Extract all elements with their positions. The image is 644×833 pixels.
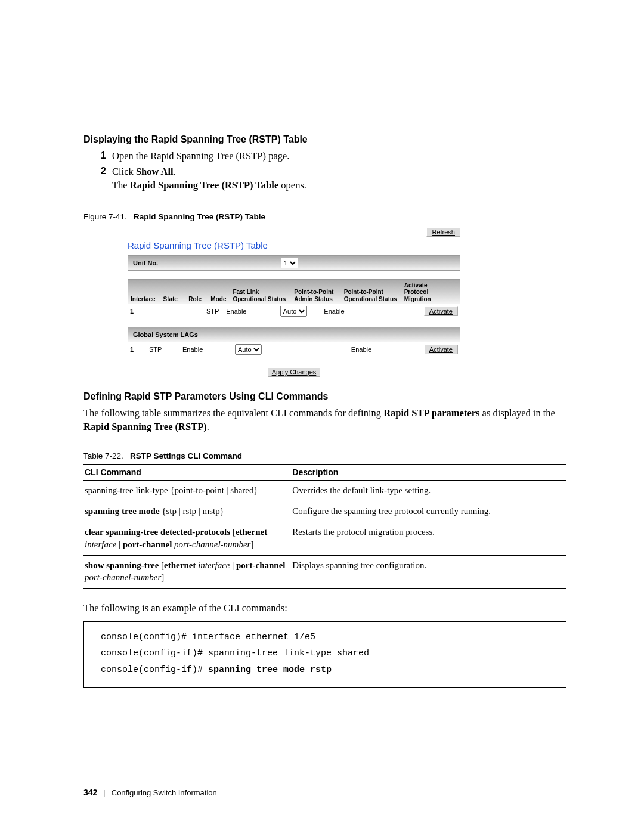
step-number: 1 xyxy=(93,150,106,161)
heading-displaying: Displaying the Rapid Spanning Tree (RSTP… xyxy=(83,134,566,145)
lag-row: 1 STP Enable Auto Enable Activate xyxy=(128,342,460,357)
unitno-label: Unit No. xyxy=(133,259,158,267)
defining-paragraph: The following table summarizes the equiv… xyxy=(83,407,566,433)
console-line: console(config)# interface ethernet 1/e5 xyxy=(101,629,558,646)
table-label: Table 7-22. xyxy=(83,451,123,460)
t: | xyxy=(116,540,123,549)
table-row: 1 STP Enable Auto Enable Activate xyxy=(128,304,460,318)
t: Click xyxy=(112,166,136,177)
chapter-name: Configuring Switch Information xyxy=(112,788,217,797)
t: port-channel xyxy=(123,540,172,549)
console-line: console(config-if)# spanning-tree link-t… xyxy=(101,645,558,662)
cmd: show spanning-tree [ethernet interface |… xyxy=(83,555,291,589)
t: as displayed in the xyxy=(479,407,555,419)
page-number: 342 xyxy=(83,788,97,797)
step-1: 1 Open the Rapid Spanning Tree (RSTP) pa… xyxy=(93,150,566,163)
console-block: console(config)# interface ethernet 1/e5… xyxy=(83,621,566,688)
col-activate: Activate Protocol Migration xyxy=(402,282,455,303)
t: Fast Link xyxy=(233,289,259,295)
cmd: clear spanning-tree detected-protocols [… xyxy=(83,522,291,556)
figure-caption: Figure 7-41. Rapid Spanning Tree (RSTP) … xyxy=(83,212,566,221)
table-caption: Table 7-22. RSTP Settings CLI Command xyxy=(83,451,566,460)
t: spanning tree mode xyxy=(85,506,160,516)
col-p2padmin: Point-to-Point Admin Status xyxy=(292,289,342,302)
t: Activate xyxy=(404,282,428,289)
t: Rapid Spanning Tree (RSTP) xyxy=(83,421,207,432)
lag-header-bar: Global System LAGs xyxy=(128,327,460,342)
table-row: spanning tree mode {stp | rstp | mstp} C… xyxy=(83,501,566,522)
t: ethernet xyxy=(164,561,196,570)
unitno-select[interactable]: 1 xyxy=(281,258,298,268)
t: ] xyxy=(161,572,164,582)
step-2: 2 Click Show All. The Rapid Spanning Tre… xyxy=(93,165,566,192)
cli-table: CLI Command Description spanning-tree li… xyxy=(83,464,566,589)
figure-label: Figure 7-41. xyxy=(83,212,127,221)
console-line: console(config-if)# spanning tree mode r… xyxy=(101,662,558,679)
lag-fastlink: Enable xyxy=(180,346,233,353)
col-interface: Interface xyxy=(128,296,160,303)
t: interface xyxy=(198,561,230,570)
t: . xyxy=(174,166,176,177)
lag-index: 1 xyxy=(128,346,147,353)
below-table-text: The following is an example of the CLI c… xyxy=(83,602,566,615)
desc: Displays spanning tree configuration. xyxy=(291,555,566,589)
unitno-bar: Unit No. 1 xyxy=(128,255,460,271)
t: The xyxy=(112,179,130,191)
t: [ xyxy=(230,527,236,537)
t: [ xyxy=(159,561,164,570)
table-title: RSTP Settings CLI Command xyxy=(130,451,242,460)
row-fastlink: Enable xyxy=(224,308,277,315)
t: The following table summarizes the equiv… xyxy=(83,407,383,419)
row-p2padmin-select[interactable]: Auto xyxy=(280,306,307,317)
row-mode: STP xyxy=(204,308,224,315)
row-activate-button[interactable]: Activate xyxy=(424,306,458,316)
t: Show All xyxy=(136,166,174,177)
t: Operational Status xyxy=(344,296,397,302)
heading-defining: Defining Rapid STP Parameters Using CLI … xyxy=(83,391,566,402)
desc: Configure the spanning tree protocol cur… xyxy=(291,501,566,522)
divider: | xyxy=(103,788,105,797)
t: spanning tree mode rstp xyxy=(208,665,332,675)
col-p2poper: Point-to-Point Operational Status xyxy=(342,289,402,302)
t: | xyxy=(230,561,236,570)
row-index: 1 xyxy=(128,308,137,315)
t: . xyxy=(207,421,209,432)
columns-bar: Interface State Role Mode Fast Link Oper… xyxy=(128,279,460,305)
t: ] xyxy=(250,540,253,549)
table-row: show spanning-tree [ethernet interface |… xyxy=(83,555,566,589)
t: Point-to-Point xyxy=(294,289,333,295)
t: port-channel-number xyxy=(174,540,250,549)
desc: Restarts the protocol migration process. xyxy=(291,522,566,556)
apply-changes-button[interactable]: Apply Changes xyxy=(268,367,321,377)
t: port-channel xyxy=(236,561,286,570)
t: {stp | rstp | mstp} xyxy=(160,506,224,516)
cmd: spanning-tree link-type {point-to-point … xyxy=(83,480,291,501)
lag-mode: STP xyxy=(147,346,180,353)
lag-activate-button[interactable]: Activate xyxy=(424,345,458,354)
page-footer: 342 | Configuring Switch Information xyxy=(83,788,217,797)
col-state: State xyxy=(160,296,186,303)
lag-header: Global System LAGs xyxy=(133,331,198,338)
t: Protocol Migration xyxy=(404,289,431,302)
lag-p2padmin-select[interactable]: Auto xyxy=(235,344,262,355)
table-row: spanning-tree link-type {point-to-point … xyxy=(83,480,566,501)
ui-title: Rapid Spanning Tree (RSTP) Table xyxy=(128,238,460,255)
table-row: clear spanning-tree detected-protocols [… xyxy=(83,522,566,556)
col-role: Role xyxy=(186,296,208,303)
t: console(config-if)# xyxy=(101,665,208,675)
step-text: Open the Rapid Spanning Tree (RSTP) page… xyxy=(112,150,289,163)
t: opens. xyxy=(278,179,306,191)
refresh-button[interactable]: Refresh xyxy=(426,227,460,237)
col-fastlink: Fast Link Operational Status xyxy=(230,289,292,302)
t: interface xyxy=(85,540,116,549)
t: ethernet xyxy=(236,527,267,537)
row-p2poper: Enable xyxy=(321,308,374,315)
step-text: Click Show All. The Rapid Spanning Tree … xyxy=(112,165,306,192)
t: Rapid STP parameters xyxy=(383,407,479,419)
ui-figure: Refresh Rapid Spanning Tree (RSTP) Table… xyxy=(128,227,460,377)
t: Rapid Spanning Tree (RSTP) Table xyxy=(130,179,278,191)
t: Operational Status xyxy=(233,296,286,302)
figure-title: Rapid Spanning Tree (RSTP) Table xyxy=(134,212,265,221)
step-number: 2 xyxy=(93,165,106,176)
t: Admin Status xyxy=(294,296,332,302)
